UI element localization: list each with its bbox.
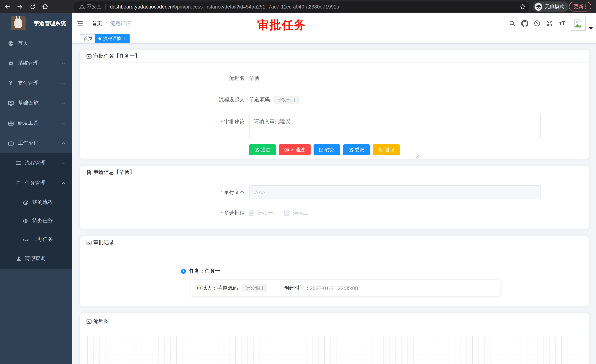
sidebar-item-workflow[interactable]: 工作流程 <box>0 133 72 153</box>
gear-icon <box>7 60 14 66</box>
sidebar-item-label: 我的流程 <box>32 199 53 206</box>
sidebar-item-system[interactable]: 系统管理 <box>0 53 72 73</box>
bookmark-star-icon[interactable] <box>520 4 526 10</box>
approver-value: 芋道源码 <box>217 285 238 291</box>
clock-icon <box>181 268 186 274</box>
app-header: 首页 / 流程详情 审批任务 TT <box>72 13 596 33</box>
sidebar-item-label: 已办任务 <box>32 236 53 243</box>
textarea-resize-handle[interactable] <box>415 154 419 158</box>
sidebar-item-label: 系统管理 <box>18 60 38 66</box>
delegate-button[interactable]: 委派 <box>343 144 370 155</box>
edit-icon <box>349 148 353 152</box>
chevron-down-icon <box>61 81 66 85</box>
sidebar-item-done-tasks[interactable]: 已办任务 <box>0 230 72 248</box>
tab-process-detail[interactable]: 流程详情 × <box>95 34 130 43</box>
return-button[interactable]: 退回 <box>372 144 400 155</box>
approver-dept-tag: 研发部门 <box>242 284 267 292</box>
starter-name: 芋道源码 <box>249 96 270 103</box>
sidebar-collapse-icon[interactable] <box>77 20 84 29</box>
sidebar-item-label: 研发工具 <box>18 120 38 126</box>
avatar-dropdown-caret[interactable] <box>589 27 593 29</box>
app-logo-row[interactable]: 芋道管理系统 <box>0 13 72 33</box>
created-label: 创建时间： <box>284 285 310 291</box>
incognito-label: 无痕模式 <box>545 3 564 10</box>
chevron-down-icon <box>61 121 66 125</box>
tab-home[interactable]: 首页 <box>80 34 96 43</box>
sidebar-item-home[interactable]: 首页 <box>0 33 72 53</box>
card-title: 流程图 <box>93 318 109 325</box>
font-size-icon[interactable]: TT <box>556 13 569 33</box>
org-tree-icon <box>15 180 22 186</box>
yuan-icon: ¥ <box>7 80 14 87</box>
sidebar-item-my-process[interactable]: 我的流程 <box>0 193 72 211</box>
search-icon[interactable] <box>506 13 518 33</box>
breadcrumb-current: 流程详情 <box>110 20 131 27</box>
browser-menu-icon[interactable] <box>585 4 586 9</box>
tab-label: 流程详情 <box>103 36 121 42</box>
annotation-title: 审批任务 <box>257 17 306 33</box>
sidebar-item-payment[interactable]: ¥ 支付管理 <box>0 73 72 93</box>
text-field-label: *单行文本 <box>80 189 245 196</box>
breadcrumb-separator: / <box>105 20 107 27</box>
process-diagram-card: 流程图 <box>80 313 589 364</box>
user-icon <box>15 255 22 262</box>
record-card-header: 审批记录 <box>80 236 589 249</box>
starter-label: 流程发起人 <box>80 96 245 103</box>
sidebar-item-label: 请假查询 <box>25 255 45 262</box>
reject-button[interactable]: 不通过 <box>279 144 310 155</box>
card-title: 审批任务【任务一】 <box>93 53 140 59</box>
broken-image-icon <box>574 19 583 28</box>
sidebar-item-infra[interactable]: 基础设施 <box>0 93 72 113</box>
approve-task-card: 审批任务【任务一】 流程名 滔博 流程发起人 芋道源码 研发部门 *审批建议 <box>80 50 589 159</box>
browser-update-button[interactable]: 更新 <box>569 2 591 11</box>
incognito-icon <box>535 3 542 11</box>
approve-button[interactable]: 通过 <box>249 144 276 155</box>
url-host: dashboard.yudao.iocoder.cn <box>110 4 173 9</box>
picture-icon <box>86 53 92 59</box>
checkbox-option-1: 选项一 <box>249 210 273 216</box>
breadcrumb-home[interactable]: 首页 <box>92 20 102 27</box>
warning-icon <box>79 4 85 9</box>
created-value: 2022-01-21 22:35:08 <box>310 285 358 291</box>
card-title: 审批记录 <box>93 239 114 246</box>
sidebar-item-devtools[interactable]: 研发工具 <box>0 113 72 133</box>
advice-label: *审批建议 <box>80 115 245 129</box>
face-icon <box>22 199 29 206</box>
app-title: 芋道管理系统 <box>34 20 66 27</box>
monitor-icon <box>7 100 14 107</box>
url-text: dashboard.yudao.iocoder.cn/bpm/process-i… <box>110 4 520 9</box>
incognito-badge: 无痕模式 <box>533 1 569 12</box>
sidebar-item-task-mgmt[interactable]: 任务管理 <box>0 173 72 193</box>
chevron-down-icon <box>61 61 66 65</box>
sidebar-item-label: 待办任务 <box>32 218 53 224</box>
checkbox-unchecked-icon <box>284 211 290 216</box>
back-icon[interactable] <box>2 1 13 12</box>
close-icon[interactable]: × <box>124 37 126 41</box>
edit-icon <box>255 148 259 152</box>
sidebar-item-leave-query[interactable]: 请假查询 <box>0 248 72 269</box>
checkbox-group: 选项一 选项二 <box>249 210 320 216</box>
tab-label: 首页 <box>84 36 93 42</box>
github-icon[interactable] <box>518 13 531 33</box>
required-asterisk: * <box>221 189 223 195</box>
reload-icon[interactable] <box>27 1 38 12</box>
bpmn-canvas[interactable] <box>87 336 581 364</box>
advice-textarea[interactable] <box>249 115 541 138</box>
document-icon <box>86 170 92 175</box>
sidebar-item-process-mgmt[interactable]: 流程管理 <box>0 153 72 173</box>
home-icon[interactable] <box>40 1 50 12</box>
sidebar-item-todo-tasks[interactable]: 待办任务 <box>0 211 72 230</box>
transfer-button[interactable]: 转办 <box>313 144 340 155</box>
url-bar[interactable]: 不安全 dashboard.yudao.iocoder.cn/bpm/proce… <box>74 1 529 12</box>
required-asterisk: * <box>221 210 223 216</box>
picture-icon <box>86 319 92 324</box>
chevron-up-icon <box>61 141 66 145</box>
active-dot-icon <box>98 37 101 40</box>
avatar[interactable] <box>571 16 586 31</box>
help-icon[interactable] <box>531 13 544 33</box>
forward-icon[interactable] <box>15 1 25 12</box>
tree-list-icon <box>15 160 22 167</box>
checkbox-group-label: *多选框组 <box>80 210 245 216</box>
fullscreen-icon[interactable] <box>544 13 556 33</box>
sidebar-item-label: 支付管理 <box>18 80 38 87</box>
